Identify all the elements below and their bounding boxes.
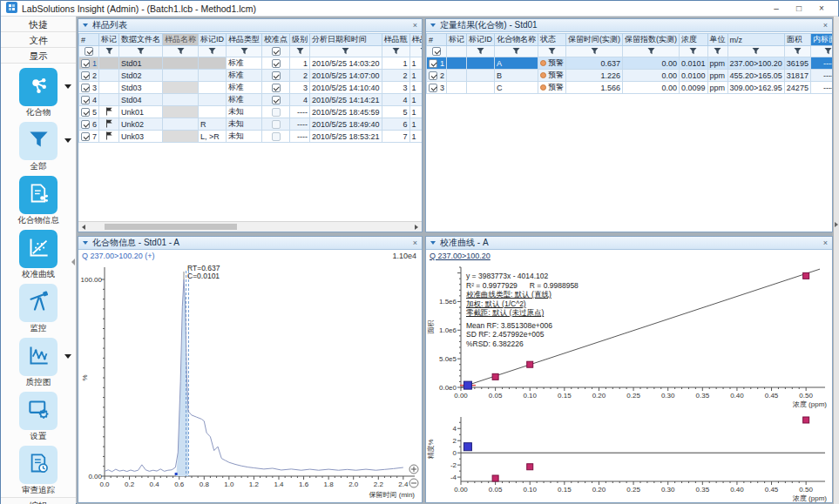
column-header[interactable]: # [427, 34, 447, 46]
column-header[interactable]: 保留指数(实测) [623, 34, 680, 46]
filter-funnel-icon[interactable] [512, 47, 520, 57]
checkbox[interactable] [81, 96, 90, 104]
sample-row[interactable]: 1Std01标准12010/5/25 14:03:2011 [79, 57, 423, 70]
column-header[interactable]: 样品瓶 [382, 34, 409, 46]
checkbox[interactable] [272, 47, 281, 56]
dropdown-caret-icon[interactable] [64, 354, 71, 359]
filter-funnel-icon[interactable] [392, 47, 400, 57]
close-icon[interactable]: × [823, 239, 828, 247]
column-header[interactable]: # [79, 34, 99, 46]
checkbox[interactable] [272, 71, 281, 80]
filter-funnel-icon[interactable] [591, 47, 599, 57]
tool-calibration-curve[interactable]: 校准曲线 [1, 227, 77, 281]
filter-funnel-icon[interactable] [824, 47, 832, 57]
filter-funnel-icon[interactable] [714, 47, 721, 57]
tool-compound-info[interactable]: 化合物信息 [1, 173, 77, 227]
scroll-left-icon[interactable] [82, 225, 85, 230]
column-header[interactable]: 校准点 [262, 34, 290, 46]
column-header[interactable]: 化合物名称 [495, 34, 538, 46]
dropdown-caret-icon[interactable] [64, 138, 71, 143]
sidebar-collapse-icon[interactable] [71, 259, 75, 265]
dropdown-caret-icon[interactable] [64, 84, 71, 89]
column-header[interactable]: 标记 [99, 34, 119, 46]
checkbox[interactable] [432, 47, 441, 56]
column-header[interactable]: 样品架 [409, 34, 422, 46]
channel-link[interactable]: Q 237.00>100.20 [426, 251, 832, 262]
sample-row[interactable]: 7Unk03L, >R未知----2010/5/25 18:53:2171 [79, 131, 423, 143]
column-header[interactable]: 标记ID [199, 34, 227, 46]
checkbox[interactable] [85, 47, 93, 56]
close-button[interactable]: × [810, 2, 833, 16]
quant-row[interactable]: 1A预警0.6370.000.0101ppm237.00>100.2036195… [427, 57, 833, 70]
column-header[interactable]: 样品类型 [227, 34, 262, 46]
column-header[interactable]: 面积 [784, 34, 810, 46]
checkbox[interactable] [81, 59, 90, 68]
checkbox[interactable] [81, 84, 90, 92]
filter-funnel-icon[interactable] [240, 47, 248, 57]
column-header[interactable]: 单位 [707, 34, 727, 46]
zero-intercept-link[interactable]: 零截距: 默认 (未过原点) [466, 308, 579, 318]
chromatogram-plot[interactable]: 100.000.00%0.00.20.40.60.81.01.21.41.61.… [78, 262, 420, 502]
checkbox[interactable] [272, 84, 281, 92]
scrollbar-thumb[interactable] [105, 224, 237, 230]
close-icon[interactable]: × [413, 239, 417, 247]
tool-qc-chart[interactable]: 质控图 [1, 335, 77, 389]
tool-telescope[interactable]: 监控 [1, 281, 77, 335]
close-icon[interactable]: × [413, 21, 417, 30]
close-icon[interactable]: × [823, 21, 828, 30]
collapse-caret-icon[interactable] [83, 24, 88, 27]
column-header[interactable]: 标记 [447, 34, 467, 46]
expand-panel-icon[interactable] [835, 222, 838, 227]
checkbox[interactable] [81, 108, 90, 117]
tool-settings[interactable]: 设置 [1, 389, 77, 443]
sidebar-bottom-menu-0[interactable]: 编辑 [1, 497, 76, 504]
checkbox[interactable] [81, 120, 90, 129]
checkbox[interactable] [272, 132, 281, 141]
checkbox[interactable] [429, 71, 437, 80]
filter-funnel-icon[interactable] [105, 47, 113, 57]
column-header[interactable]: 数据文件名 [119, 34, 163, 46]
sample-row[interactable]: 5Unk01未知----2010/5/25 18:45:5951 [79, 106, 423, 118]
checkbox[interactable] [272, 108, 281, 117]
column-header[interactable]: 保留时间(实测) [566, 34, 623, 46]
column-header[interactable]: 分析日期和时间 [310, 34, 382, 46]
filter-funnel-icon[interactable] [420, 47, 422, 57]
checkbox[interactable] [272, 59, 281, 68]
sidebar-menu-0[interactable]: 快捷 [1, 17, 76, 32]
minimize-button[interactable]: – [765, 2, 788, 16]
quant-row[interactable]: 2B预警1.2260.000.0100ppm455.20>165.0531817… [427, 70, 833, 82]
quant-row[interactable]: 3C预警1.5660.000.0099ppm309.00>162.9524275… [427, 82, 833, 94]
tool-filter[interactable]: 全部 [1, 119, 77, 173]
collapse-caret-icon[interactable] [83, 241, 88, 245]
collapse-caret-icon[interactable] [430, 24, 436, 27]
horizontal-scrollbar[interactable] [78, 221, 422, 232]
checkbox[interactable] [272, 120, 281, 129]
sample-row[interactable]: 4Std04标准42010/5/25 14:14:2141 [79, 94, 423, 106]
column-header[interactable]: 级别 [290, 34, 310, 46]
checkbox[interactable] [429, 84, 437, 92]
column-header[interactable]: 标记ID [467, 34, 495, 46]
sidebar-menu-2[interactable]: 显示 [1, 48, 76, 64]
checkbox[interactable] [81, 132, 90, 141]
checkbox[interactable] [81, 71, 90, 80]
filter-funnel-icon[interactable] [689, 47, 697, 57]
sample-row[interactable]: 6Unk02R未知----2010/5/25 18:49:4061 [79, 118, 423, 131]
filter-funnel-icon[interactable] [177, 47, 185, 57]
sample-row[interactable]: 2Std02标准22010/5/25 14:07:0021 [79, 70, 423, 82]
filter-funnel-icon[interactable] [296, 47, 304, 57]
scroll-right-icon[interactable] [415, 225, 418, 230]
filter-funnel-icon[interactable] [342, 47, 349, 57]
column-header[interactable]: 状态 [538, 34, 566, 46]
sidebar-menu-1[interactable]: 文件 [1, 32, 76, 48]
column-header[interactable]: 浓度 [680, 34, 708, 46]
tool-molecule[interactable]: 化合物 [1, 65, 77, 119]
column-header[interactable]: m/z [727, 34, 784, 46]
checkbox[interactable] [272, 96, 281, 104]
curve-type-link[interactable]: 校准曲线类型: 默认 (直线) [466, 290, 579, 299]
collapse-caret-icon[interactable] [430, 241, 436, 245]
filter-funnel-icon[interactable] [548, 47, 556, 57]
maximize-button[interactable]: □ [788, 2, 810, 16]
collapsed-panel-strip[interactable] [833, 17, 839, 504]
filter-funnel-icon[interactable] [647, 47, 655, 57]
column-header[interactable]: 样品名称 [163, 34, 199, 46]
